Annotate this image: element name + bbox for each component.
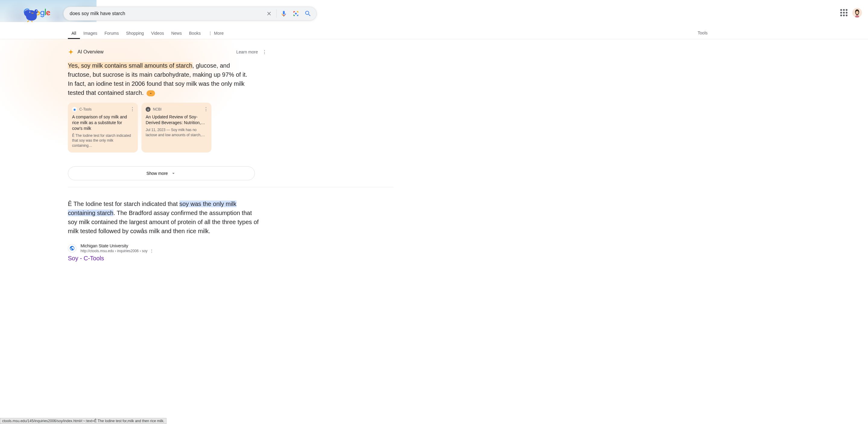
- image-search-button[interactable]: [290, 7, 302, 20]
- ai-highlighted-text: Yes, soy milk contains small amounts of …: [68, 62, 192, 69]
- card-snippet: Ê The Iodine test for starch indicated t…: [72, 133, 134, 148]
- google-apps-button[interactable]: [840, 9, 847, 16]
- ai-overview-header: AI Overview Learn more ⋮: [68, 49, 267, 55]
- tab-more-label: More: [214, 31, 224, 36]
- voice-search-button[interactable]: [278, 7, 290, 20]
- result-url-display: http://ctools.msu.edu › inquiries2006 › …: [81, 249, 148, 253]
- svg-point-13: [295, 13, 297, 15]
- divider: [276, 9, 277, 18]
- svg-rect-10: [293, 15, 294, 16]
- result-menu-button[interactable]: ⋮: [150, 249, 154, 253]
- divider: [68, 187, 394, 187]
- svg-rect-6: [293, 11, 294, 13]
- header: [0, 0, 868, 23]
- ai-source-cards: ◉ C-Tools ⋮ A comparison of soy milk and…: [68, 103, 267, 152]
- google-logo[interactable]: [9, 6, 57, 23]
- clear-search-button[interactable]: [263, 7, 275, 20]
- result-site-name: Michigan State University: [81, 244, 154, 248]
- tab-news[interactable]: News: [168, 27, 185, 39]
- favicon-icon: ◉: [146, 107, 151, 112]
- tab-all[interactable]: All: [68, 27, 80, 39]
- ai-collapse-button[interactable]: [147, 90, 155, 96]
- ai-menu-button[interactable]: ⋮: [262, 49, 267, 55]
- source-card[interactable]: ◉ C-Tools ⋮ A comparison of soy milk and…: [68, 103, 138, 152]
- tab-tools[interactable]: Tools: [694, 27, 711, 39]
- search-tabs: All Images Forums Shopping Videos News B…: [0, 27, 868, 39]
- chevron-down-icon: [171, 171, 176, 176]
- sparkle-icon: [68, 49, 74, 55]
- search-input[interactable]: [70, 7, 263, 20]
- result-source: Michigan State University http://ctools.…: [68, 244, 267, 253]
- result-snippet: Ê The Iodine test for starch indicated t…: [68, 199, 260, 235]
- svg-point-2: [24, 10, 32, 17]
- tab-more[interactable]: ⋮ More: [205, 27, 227, 39]
- show-more-label: Show more: [147, 171, 168, 176]
- source-card[interactable]: ◉ NCBI ⋮ An Updated Review of Soy-Derive…: [142, 103, 211, 152]
- tab-books[interactable]: Books: [185, 27, 205, 39]
- show-more-button[interactable]: Show more: [68, 166, 255, 180]
- svg-point-1: [36, 10, 37, 11]
- card-snippet: Jul 11, 2023 — Soy milk has no lactose a…: [146, 128, 207, 138]
- chevron-up-icon: [149, 91, 153, 95]
- account-avatar[interactable]: [852, 8, 862, 18]
- source-name: NCBI: [153, 107, 162, 111]
- tab-videos[interactable]: Videos: [148, 27, 168, 39]
- ai-learn-more-link[interactable]: Learn more: [236, 50, 258, 54]
- search-box: [63, 7, 317, 21]
- lens-icon: [292, 10, 300, 17]
- svg-point-0: [34, 9, 38, 13]
- favicon-icon: ◉: [72, 107, 77, 112]
- more-dots-icon: ⋮: [208, 31, 212, 36]
- search-icon: [304, 10, 312, 17]
- search-button[interactable]: [302, 7, 314, 20]
- card-title: A comparison of soy milk and rice milk a…: [72, 114, 134, 131]
- svg-rect-12: [298, 15, 299, 16]
- card-menu-button[interactable]: ⋮: [130, 106, 135, 112]
- microphone-icon: [280, 10, 287, 17]
- tab-images[interactable]: Images: [80, 27, 101, 39]
- tab-forums[interactable]: Forums: [101, 27, 122, 39]
- result-title-link[interactable]: Soy - C-Tools: [68, 255, 267, 262]
- source-name: C-Tools: [79, 107, 92, 111]
- ai-overview-title: AI Overview: [78, 49, 103, 55]
- svg-point-4: [30, 12, 30, 12]
- card-menu-button[interactable]: ⋮: [204, 106, 208, 112]
- close-icon: [266, 10, 272, 17]
- snippet-pre: Ê The Iodine test for starch indicated t…: [68, 200, 180, 207]
- ai-overview-text: Yes, soy milk contains small amounts of …: [68, 61, 253, 97]
- tab-shopping[interactable]: Shopping: [122, 27, 148, 39]
- globe-icon: [68, 244, 76, 252]
- card-title: An Updated Review of Soy-Derived Beverag…: [146, 114, 207, 125]
- svg-rect-8: [298, 11, 299, 13]
